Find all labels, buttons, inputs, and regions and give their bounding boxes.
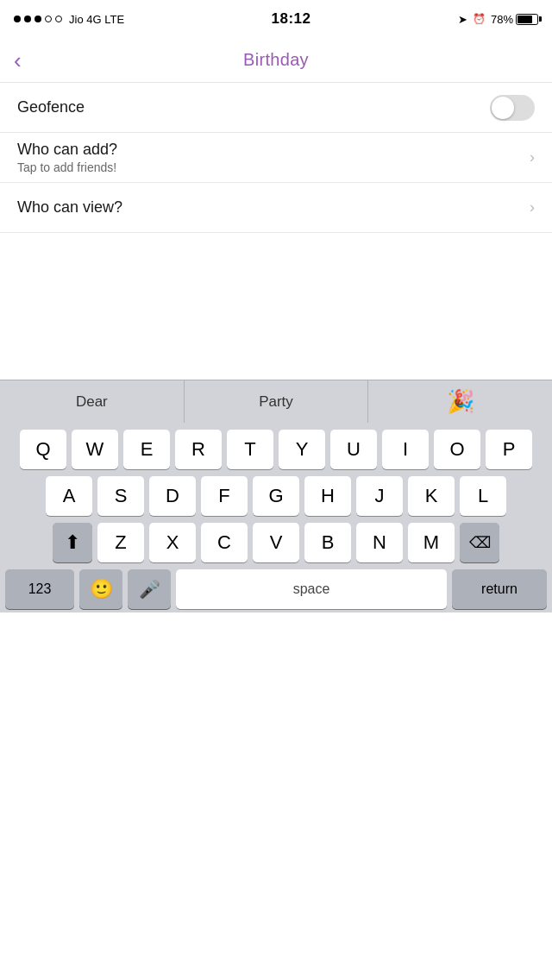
- key-row-4: 123 🙂 🎤 space return: [3, 569, 549, 609]
- key-y[interactable]: Y: [279, 430, 325, 469]
- dot-2: [24, 16, 31, 22]
- back-button[interactable]: ‹: [14, 49, 22, 72]
- location-icon: ➤: [458, 13, 467, 26]
- key-m[interactable]: M: [408, 523, 455, 562]
- key-v[interactable]: V: [253, 523, 299, 562]
- key-row-1: Q W E R T Y U I O P: [3, 430, 549, 469]
- key-u[interactable]: U: [330, 430, 377, 469]
- key-row-2: A S D F G H J K L: [3, 476, 549, 516]
- delete-key[interactable]: ⌫: [460, 523, 499, 562]
- battery-percent: 78%: [491, 13, 513, 26]
- mic-key[interactable]: 🎤: [128, 569, 171, 609]
- dot-3: [34, 16, 41, 22]
- signal-dots: [14, 16, 62, 22]
- who-can-view-chevron: ›: [530, 198, 535, 217]
- key-d[interactable]: D: [149, 476, 196, 516]
- key-q[interactable]: Q: [20, 430, 66, 469]
- settings-list: Geofence Who can add? Tap to add friends…: [0, 83, 552, 233]
- who-can-add-row[interactable]: Who can add? Tap to add friends! ›: [0, 133, 552, 183]
- who-can-add-chevron: ›: [530, 148, 535, 166]
- return-key[interactable]: return: [452, 569, 547, 609]
- who-can-add-subtitle: Tap to add friends!: [17, 160, 117, 174]
- status-right: ➤ ⏰ 78%: [458, 13, 538, 26]
- dot-4: [45, 16, 52, 22]
- who-can-add-title: Who can add?: [17, 141, 117, 159]
- numbers-key[interactable]: 123: [5, 569, 74, 609]
- who-can-add-left: Who can add? Tap to add friends!: [17, 141, 117, 174]
- key-e[interactable]: E: [123, 430, 170, 469]
- key-n[interactable]: N: [356, 523, 403, 562]
- key-z[interactable]: Z: [97, 523, 144, 562]
- key-r[interactable]: R: [175, 430, 222, 469]
- space-key[interactable]: space: [176, 569, 447, 609]
- key-c[interactable]: C: [201, 523, 248, 562]
- key-h[interactable]: H: [304, 476, 351, 516]
- key-b[interactable]: B: [304, 523, 351, 562]
- status-bar: Jio 4G LTE 18:12 ➤ ⏰ 78%: [0, 0, 552, 38]
- suggestion-party[interactable]: Party: [185, 380, 369, 423]
- battery-fill: [518, 16, 532, 23]
- key-g[interactable]: G: [253, 476, 299, 516]
- key-row-3: ⬆ Z X C V B N M ⌫: [3, 523, 549, 562]
- who-can-view-left: Who can view?: [17, 198, 122, 217]
- geofence-title: Geofence: [17, 98, 85, 116]
- emoji-key[interactable]: 🙂: [79, 569, 122, 609]
- status-left: Jio 4G LTE: [14, 13, 124, 26]
- key-l[interactable]: L: [460, 476, 506, 516]
- key-p[interactable]: P: [486, 430, 532, 469]
- empty-area: [0, 233, 552, 380]
- battery-icon: [516, 14, 538, 25]
- key-t[interactable]: T: [227, 430, 273, 469]
- geofence-row[interactable]: Geofence: [0, 83, 552, 133]
- page-title: Birthday: [243, 50, 309, 70]
- key-s[interactable]: S: [97, 476, 144, 516]
- key-f[interactable]: F: [201, 476, 248, 516]
- key-i[interactable]: I: [382, 430, 429, 469]
- suggestion-bar: Dear Party 🎉: [0, 380, 552, 423]
- dot-5: [55, 16, 62, 22]
- shift-key[interactable]: ⬆: [53, 523, 92, 562]
- carrier-label: Jio 4G LTE: [69, 13, 124, 26]
- nav-bar: ‹ Birthday: [0, 38, 552, 83]
- key-a[interactable]: A: [46, 476, 92, 516]
- geofence-row-left: Geofence: [17, 98, 85, 116]
- who-can-view-row[interactable]: Who can view? ›: [0, 183, 552, 233]
- dot-1: [14, 16, 21, 22]
- who-can-view-title: Who can view?: [17, 198, 122, 217]
- toggle-knob: [492, 97, 514, 119]
- status-time: 18:12: [272, 10, 311, 28]
- alarm-icon: ⏰: [473, 13, 486, 25]
- geofence-toggle[interactable]: [490, 95, 535, 121]
- key-j[interactable]: J: [356, 476, 403, 516]
- battery-container: 78%: [491, 13, 538, 26]
- key-k[interactable]: K: [408, 476, 455, 516]
- keyboard: Q W E R T Y U I O P A S D F G H J K L ⬆ …: [0, 423, 552, 612]
- key-x[interactable]: X: [149, 523, 196, 562]
- key-w[interactable]: W: [72, 430, 118, 469]
- suggestion-dear[interactable]: Dear: [0, 380, 185, 423]
- suggestion-emoji[interactable]: 🎉: [368, 380, 552, 423]
- key-o[interactable]: O: [434, 430, 480, 469]
